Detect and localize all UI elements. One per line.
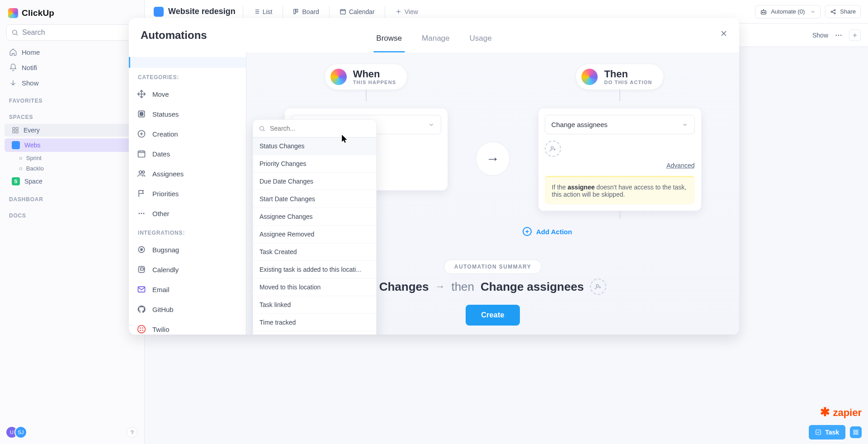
modal-header: Automations Browse Manage Usage <box>129 18 739 52</box>
add-action-button[interactable]: + Add Action <box>523 227 572 236</box>
category-dates[interactable]: Dates <box>129 144 246 164</box>
summary-when-event: Changes <box>379 280 429 294</box>
categories-label: CATEGORIES: <box>129 68 246 84</box>
mail-icon <box>137 285 146 294</box>
svg-point-36 <box>140 327 141 329</box>
summary-line: Changes → then Change assignees <box>379 279 607 295</box>
summary-assignee-placeholder[interactable] <box>590 279 606 295</box>
category-creation-label: Creation <box>152 130 178 138</box>
modal-tab-browse[interactable]: Browse <box>373 24 405 52</box>
category-dates-label: Dates <box>152 150 170 158</box>
categories-rail: CATEGORIES: Move Statuses Creation Dates… <box>129 52 246 335</box>
modal-tab-usage[interactable]: Usage <box>467 24 494 52</box>
integration-twilio-label: Twilio <box>152 326 170 333</box>
assignee-access-warning: If the assignee doesn't have access to t… <box>545 176 695 204</box>
svg-point-35 <box>138 326 146 333</box>
trigger-option[interactable]: All subtasks resolved <box>253 331 376 335</box>
svg-point-41 <box>596 284 599 287</box>
svg-point-42 <box>260 126 264 130</box>
svg-point-26 <box>139 171 142 174</box>
connector-line <box>366 90 367 101</box>
trigger-option[interactable]: Due Date Changes <box>253 173 376 190</box>
category-priorities[interactable]: Priorities <box>129 184 246 203</box>
plus-circle-icon <box>137 129 146 138</box>
category-priorities-label: Priorities <box>152 190 179 198</box>
trigger-option[interactable]: Existing task is added to this locati... <box>253 261 376 279</box>
summary-arrow-icon: → <box>435 281 445 293</box>
trigger-dropdown: Status Changes Priority Changes Due Date… <box>253 119 377 335</box>
dots-icon <box>137 209 146 218</box>
connector-line <box>619 90 620 101</box>
svg-point-30 <box>143 213 145 214</box>
category-assignees-label: Assignees <box>152 170 184 178</box>
then-sub: DO THIS ACTION <box>604 80 652 85</box>
integration-calendly[interactable]: Calendly <box>129 260 246 279</box>
trigger-option[interactable]: Assignee Removed <box>253 226 376 243</box>
arrow-icon: → <box>476 142 510 176</box>
flag-icon <box>137 189 146 198</box>
integration-calendly-label: Calendly <box>152 266 179 274</box>
trigger-option[interactable]: Assignee Changes <box>253 208 376 226</box>
action-select[interactable]: Change assignees <box>545 115 695 134</box>
create-button[interactable]: Create <box>466 305 520 326</box>
trigger-option[interactable]: Moved to this location <box>253 279 376 296</box>
connector-line <box>619 211 620 219</box>
integration-twilio[interactable]: Twilio <box>129 319 246 335</box>
trigger-option[interactable]: Task Created <box>253 243 376 261</box>
category-statuses[interactable]: Statuses <box>129 104 246 124</box>
then-step: Then DO THIS ACTION Change assignees <box>520 64 719 253</box>
trigger-search-input[interactable] <box>269 124 371 132</box>
search-icon <box>259 125 265 132</box>
then-card: Change assignees Advanced If the assigne… <box>538 109 701 211</box>
trigger-option[interactable]: Status Changes <box>253 137 376 155</box>
category-move[interactable]: Move <box>129 84 246 104</box>
move-icon <box>137 90 146 99</box>
svg-point-32 <box>141 249 142 250</box>
category-creation[interactable]: Creation <box>129 124 246 144</box>
add-action-label: Add Action <box>536 228 572 236</box>
category-assignees[interactable]: Assignees <box>129 164 246 184</box>
assignee-picker[interactable] <box>545 141 695 157</box>
close-icon <box>719 29 728 38</box>
chevron-down-icon <box>428 122 434 128</box>
category-move-label: Move <box>152 90 169 98</box>
svg-point-39 <box>142 330 143 331</box>
integration-bugsnag-label: Bugsnag <box>152 246 179 254</box>
when-title: When <box>353 69 396 80</box>
integration-github-label: GitHub <box>152 306 174 313</box>
summary-label: AUTOMATION SUMMARY <box>444 260 542 274</box>
warn-pre: If the <box>552 184 568 191</box>
users-icon <box>137 169 146 178</box>
flow-arrow: → <box>466 64 520 253</box>
advanced-link[interactable]: Advanced <box>666 162 694 169</box>
add-assignee-icon <box>545 141 561 157</box>
modal-tab-manage[interactable]: Manage <box>419 24 452 52</box>
trigger-option[interactable]: Time tracked <box>253 314 376 331</box>
plus-icon: + <box>523 227 532 236</box>
automation-builder: When THIS HAPPENS Status Changes → <box>246 52 739 335</box>
svg-point-29 <box>141 213 142 214</box>
integration-bugsnag[interactable]: Bugsnag <box>129 240 246 260</box>
when-head: When THIS HAPPENS <box>325 64 407 90</box>
advanced-link-wrap: Advanced <box>545 161 695 170</box>
clickup-dot-icon <box>330 69 347 85</box>
trigger-option[interactable]: Priority Changes <box>253 155 376 173</box>
integrations-label: INTEGRATIONS: <box>129 223 246 240</box>
svg-point-37 <box>142 327 143 329</box>
integration-email[interactable]: Email <box>129 279 246 299</box>
category-other[interactable]: Other <box>129 203 246 223</box>
category-item-active-hint[interactable] <box>129 57 246 68</box>
modal-close-button[interactable] <box>717 26 731 41</box>
status-icon <box>137 109 146 118</box>
trigger-dropdown-search[interactable] <box>253 120 376 137</box>
mouse-cursor <box>342 135 348 144</box>
calendar-icon <box>137 149 146 158</box>
integration-email-label: Email <box>152 286 170 293</box>
summary-then-word: then <box>451 280 474 294</box>
trigger-option[interactable]: Start Date Changes <box>253 190 376 208</box>
calendly-icon <box>137 265 146 274</box>
svg-point-40 <box>551 146 553 149</box>
trigger-option[interactable]: Task linked <box>253 296 376 314</box>
integration-github[interactable]: GitHub <box>129 299 246 319</box>
svg-point-28 <box>139 213 140 214</box>
